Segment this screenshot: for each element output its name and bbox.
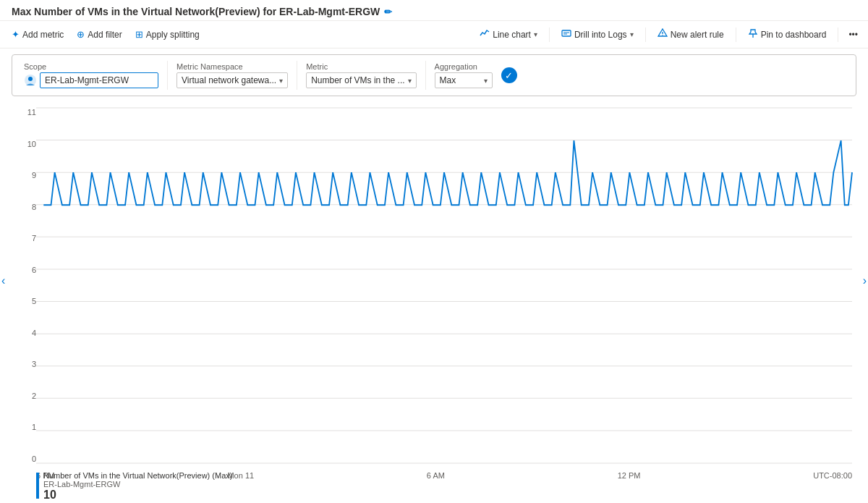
namespace-dropdown[interactable]: Virtual network gatewa... ▾ [176,72,288,88]
chart-svg [36,108,852,463]
namespace-label: Metric Namespace [176,62,288,71]
scope-group: Scope [24,62,158,88]
aggregation-value: Max [440,75,481,85]
namespace-value: Virtual network gatewa... [182,75,276,85]
legend-text-group: Number of VMs in the Virtual Network(Pre… [43,471,232,502]
y-axis: 11 10 9 8 7 6 5 4 3 2 1 0 [12,108,36,463]
line-chart-button[interactable]: Line chart ▾ [474,25,543,43]
more-options-button[interactable]: ••• [844,27,862,43]
add-metric-button[interactable]: ✦ Add metric [6,26,69,43]
chart-legend: Number of VMs in the Virtual Network(Pre… [36,471,232,502]
add-metric-label: Add metric [22,30,64,40]
namespace-arrow: ▾ [279,77,283,85]
chart-area: ‹ › 11 10 9 8 7 6 [0,102,868,503]
svg-rect-0 [562,30,571,36]
drill-logs-label: Drill into Logs [574,30,627,40]
line-chart-icon [480,28,490,41]
new-alert-icon [658,28,668,41]
scope-label: Scope [24,62,158,71]
x-label-utc: UTC-08:00 [813,471,852,480]
aggregation-dropdown[interactable]: Max ▾ [435,72,493,88]
nav-right-button[interactable]: › [863,274,867,287]
page-title: Max Number of VMs in the Virtual Network… [12,6,392,17]
metric-dropdown[interactable]: Number of VMs in the ... ▾ [306,72,416,88]
legend-item: Number of VMs in the Virtual Network(Pre… [36,471,232,502]
toolbar-right: Line chart ▾ Drill into Logs ▾ New alert… [474,25,862,43]
aggregation-label: Aggregation [435,62,493,71]
new-alert-button[interactable]: New alert rule [652,25,730,43]
drill-logs-button[interactable]: Drill into Logs ▾ [556,25,639,43]
line-chart-chevron: ▾ [534,30,537,38]
legend-value: 10 [43,489,232,502]
x-label-6am: 6 AM [427,471,445,480]
namespace-group: Metric Namespace Virtual network gatewa.… [176,62,288,88]
drill-logs-chevron: ▾ [630,30,634,38]
legend-subtitle: ER-Lab-Mgmt-ERGW [43,480,232,489]
page-header: Max Number of VMs in the Virtual Network… [0,0,868,21]
pin-dashboard-icon [748,28,758,41]
scope-input[interactable] [40,72,158,88]
pin-dashboard-button[interactable]: Pin to dashboard [742,25,833,43]
more-options-icon: ••• [848,30,858,40]
nav-left-button[interactable]: ‹ [1,274,5,287]
confirm-button[interactable]: ✓ [501,67,517,83]
legend-color-bar [36,473,39,499]
aggregation-arrow: ▾ [484,77,488,85]
legend-title: Number of VMs in the Virtual Network(Pre… [43,471,232,480]
toolbar: ✦ Add metric ⊕ Add filter ⊞ Apply splitt… [0,21,868,48]
add-filter-button[interactable]: ⊕ Add filter [71,26,127,43]
scope-icon [24,74,37,87]
line-chart-label: Line chart [493,30,531,40]
y-label-10: 10 [27,140,36,148]
metric-sep-1 [167,61,168,90]
metric-label: Metric [306,62,416,71]
toolbar-left: ✦ Add metric ⊕ Add filter ⊞ Apply splitt… [6,26,205,43]
apply-splitting-button[interactable]: ⊞ Apply splitting [129,26,205,43]
title-text: Max Number of VMs in the Virtual Network… [12,6,380,17]
add-metric-icon: ✦ [12,29,20,40]
new-alert-label: New alert rule [671,30,724,40]
metric-sep-3 [425,61,426,90]
toolbar-divider-4 [838,28,838,42]
x-label-12pm: 12 PM [618,471,641,480]
apply-splitting-icon: ⊞ [135,29,143,40]
metric-sep-2 [297,61,297,90]
svg-point-4 [662,35,663,35]
toolbar-divider-2 [645,28,646,42]
toolbar-divider-3 [736,28,736,42]
edit-icon[interactable]: ✏ [384,7,392,17]
drill-logs-icon [561,28,571,41]
add-filter-icon: ⊕ [77,29,85,40]
metric-value: Number of VMs in the ... [311,75,404,85]
metric-arrow: ▾ [408,77,412,85]
page-container: Max Number of VMs in the Virtual Network… [0,0,868,503]
svg-point-7 [28,77,33,81]
toolbar-divider-1 [549,28,550,42]
pin-dashboard-label: Pin to dashboard [761,30,827,40]
apply-splitting-label: Apply splitting [146,30,200,40]
metrics-bar: Scope Metric Namespace Virtual network g… [12,54,856,96]
y-label-11: 11 [27,108,36,117]
metric-group: Metric Number of VMs in the ... ▾ [306,62,416,88]
add-filter-label: Add filter [88,30,122,40]
aggregation-group: Aggregation Max ▾ [435,62,493,88]
